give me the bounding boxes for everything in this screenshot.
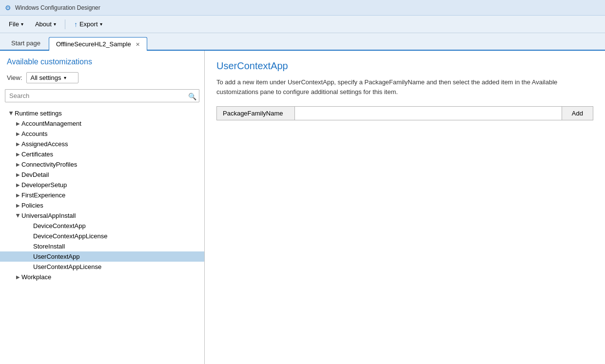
view-label: View:	[7, 74, 22, 81]
tree-arrow: ▶	[15, 131, 21, 136]
right-panel-description: To add a new item under UserContextApp, …	[216, 77, 593, 96]
tree-item[interactable]: ▶Certificates	[0, 149, 204, 159]
tree-arrow	[26, 264, 33, 269]
tab-start-page[interactable]: Start page	[4, 36, 48, 50]
tree-arrow: ▶	[15, 192, 21, 198]
search-row: 🔍	[0, 87, 204, 106]
export-menu[interactable]: ↑ Export ▾	[69, 19, 107, 30]
tree-arrow: ▶	[15, 203, 21, 208]
tree-label: DevDetail	[21, 171, 49, 178]
file-menu[interactable]: File ▾	[4, 19, 28, 30]
tree-item[interactable]: UserContextApp	[0, 251, 204, 262]
view-row: View: All settings ▾	[0, 70, 204, 87]
tree-item[interactable]: ▶AssignedAccess	[0, 139, 204, 149]
tree-item[interactable]: ▶FirstExperience	[0, 190, 204, 200]
tree-item[interactable]: ▶UniversalAppInstall	[0, 211, 204, 221]
tree-arrow: ▶	[15, 274, 21, 280]
tree-label: AccountManagement	[21, 120, 81, 127]
tree-label: UserContextApp	[33, 253, 79, 260]
export-icon: ↑	[74, 20, 78, 28]
tree-item[interactable]: ▶AccountManagement	[0, 118, 204, 129]
tree-arrow: ▶	[15, 121, 21, 126]
right-panel-title: UserContextApp	[216, 60, 593, 72]
panel-title: Available customizations	[0, 51, 204, 70]
search-button[interactable]: 🔍	[187, 92, 197, 101]
tree-item[interactable]: ▶ConnectivityProfiles	[0, 159, 204, 170]
input-row: PackageFamilyName Add	[216, 106, 593, 120]
tree-label: Certificates	[21, 151, 53, 158]
tree-item[interactable]: DeviceContextApp	[0, 221, 204, 231]
tab-project[interactable]: OfflineSecureHL2_Sample ✕	[49, 37, 147, 51]
tree-item[interactable]: ▶Workplace	[0, 272, 204, 282]
menu-separator	[65, 19, 65, 29]
tree-item[interactable]: ▶Runtime settings	[0, 108, 204, 118]
about-menu[interactable]: About ▾	[30, 19, 61, 30]
tree-item[interactable]: ▶Accounts	[0, 129, 204, 139]
tree-arrow	[26, 223, 33, 229]
tab-bar: Start page OfflineSecureHL2_Sample ✕	[0, 33, 605, 51]
export-menu-arrow: ▾	[100, 21, 102, 27]
tree-arrow: ▶	[15, 152, 21, 157]
title-bar: ⚙ Windows Configuration Designer	[0, 0, 605, 16]
tree-label: ConnectivityProfiles	[21, 161, 77, 168]
menu-bar: File ▾ About ▾ ↑ Export ▾	[0, 16, 605, 33]
add-button[interactable]: Add	[562, 107, 593, 120]
tree-label: Runtime settings	[15, 110, 62, 117]
search-input[interactable]	[5, 89, 199, 102]
tree-arrow: ▶	[15, 141, 21, 147]
left-panel: Available customizations View: All setti…	[0, 51, 205, 364]
tree-label: AssignedAccess	[21, 140, 68, 148]
tree-label: Workplace	[21, 273, 51, 281]
tree-container: ▶Runtime settings▶AccountManagement▶Acco…	[0, 106, 204, 364]
package-family-name-input[interactable]	[295, 107, 562, 120]
tree-arrow: ▶	[16, 212, 21, 219]
tree-label: DeveloperSetup	[21, 181, 67, 189]
app-title: Windows Configuration Designer	[15, 4, 100, 11]
tree-arrow	[26, 233, 33, 239]
tree-arrow: ▶	[9, 110, 14, 117]
tree-label: UniversalAppInstall	[21, 212, 76, 219]
tree-arrow: ▶	[15, 182, 21, 188]
right-panel: UserContextApp To add a new item under U…	[205, 51, 605, 364]
tree-item[interactable]: ▶Policies	[0, 200, 204, 211]
tree-item[interactable]: DeviceContextAppLicense	[0, 231, 204, 241]
view-dropdown[interactable]: All settings ▾	[26, 72, 79, 83]
about-menu-arrow: ▾	[54, 21, 56, 27]
tree-label: Policies	[21, 202, 43, 209]
view-dropdown-arrow: ▾	[64, 75, 66, 80]
main-layout: Available customizations View: All setti…	[0, 51, 605, 364]
tree-item[interactable]: ▶DevDetail	[0, 170, 204, 180]
tree-label: FirstExperience	[21, 192, 65, 199]
tree-label: DeviceContextApp	[33, 222, 86, 230]
file-menu-arrow: ▾	[21, 21, 23, 27]
tree-item[interactable]: StoreInstall	[0, 241, 204, 251]
tree-arrow: ▶	[15, 172, 21, 177]
tree-arrow: ▶	[15, 162, 21, 167]
tree-label: StoreInstall	[33, 243, 65, 250]
tree-label: Accounts	[21, 130, 47, 137]
tree-label: UserContextAppLicense	[33, 263, 101, 270]
tab-close-icon[interactable]: ✕	[136, 41, 140, 47]
tree-arrow	[26, 254, 33, 259]
app-icon: ⚙	[5, 4, 11, 12]
tree-label: DeviceContextAppLicense	[33, 232, 107, 240]
tree-arrow	[26, 244, 33, 249]
input-label: PackageFamilyName	[217, 107, 295, 120]
tree-item[interactable]: UserContextAppLicense	[0, 262, 204, 272]
tree-item[interactable]: ▶DeveloperSetup	[0, 180, 204, 190]
